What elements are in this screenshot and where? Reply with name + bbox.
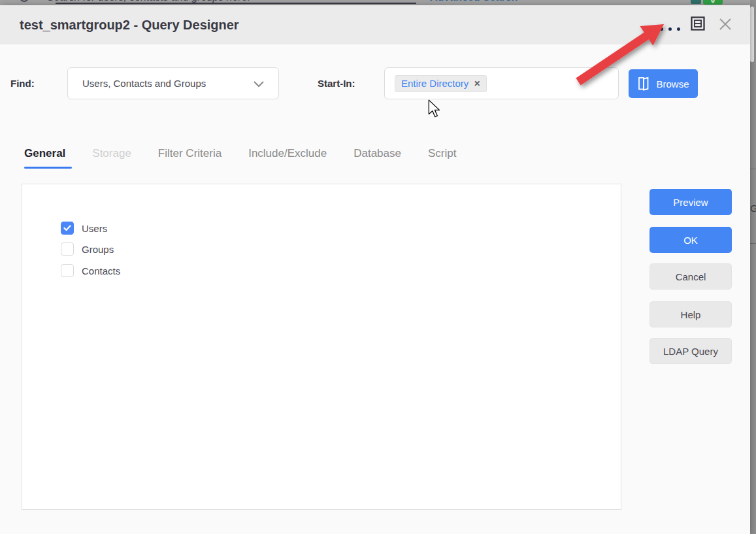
start-in-tag: Entire Directory ✕	[395, 75, 487, 92]
groups-checkbox-label: Groups	[82, 244, 114, 255]
general-tab-panel: Users Groups Contacts	[22, 184, 621, 510]
browse-icon	[637, 76, 650, 92]
search-field-underline	[56, 3, 416, 4]
background-clipped-text: G	[750, 203, 756, 214]
background-divider	[750, 169, 756, 169]
tag-remove-icon[interactable]: ✕	[474, 75, 480, 92]
help-button[interactable]: Help	[649, 301, 732, 327]
notification-badge: 0	[703, 0, 723, 5]
dialog-title: test_smartgroup2 - Query Designer	[20, 5, 239, 44]
checkmark-icon	[63, 224, 71, 232]
tab-bar: General Storage Filter Criteria Include/…	[24, 144, 456, 163]
browse-button[interactable]: Browse	[629, 69, 698, 98]
ellipsis-dot	[677, 27, 680, 31]
ldap-query-button[interactable]: LDAP Query	[649, 338, 732, 364]
users-checkbox-label: Users	[82, 223, 107, 234]
start-in-tag-label: Entire Directory	[401, 75, 468, 92]
ellipsis-dot	[668, 27, 672, 31]
tab-include-exclude[interactable]: Include/Exclude	[248, 144, 327, 163]
contacts-checkbox-label: Contacts	[82, 265, 120, 276]
start-in-label: Start-In:	[318, 67, 355, 99]
dialog-titlebar: test_smartgroup2 - Query Designer	[0, 5, 750, 44]
background-page-right: G	[750, 0, 756, 534]
close-button[interactable]	[718, 17, 732, 31]
search-icon	[20, 0, 29, 2]
find-dropdown-value: Users, Contacts and Groups	[82, 68, 206, 99]
ellipsis-dot	[660, 27, 663, 31]
chevron-down-icon	[254, 81, 264, 88]
tab-filter-criteria[interactable]: Filter Criteria	[158, 144, 222, 163]
ok-button[interactable]: OK	[649, 227, 732, 253]
cancel-button[interactable]: Cancel	[649, 263, 732, 290]
preview-button[interactable]: Preview	[649, 189, 732, 215]
object-type-groups[interactable]: Groups	[61, 242, 114, 256]
browse-button-label: Browse	[656, 78, 689, 90]
background-page-top: Search for users, contacts and groups he…	[0, 0, 756, 5]
start-in-field[interactable]: Entire Directory ✕	[384, 67, 619, 99]
query-designer-dialog: test_smartgroup2 - Query Designer Find: …	[0, 5, 750, 534]
find-label: Find:	[10, 67, 35, 99]
maximize-button[interactable]	[691, 16, 705, 31]
tab-storage: Storage	[92, 144, 131, 163]
background-toolbar-icon	[691, 0, 701, 4]
close-icon	[718, 17, 732, 31]
active-tab-underline	[24, 167, 72, 169]
object-type-users[interactable]: Users	[61, 222, 107, 235]
background-scrollbar-thumb	[750, 7, 754, 62]
find-dropdown[interactable]: Users, Contacts and Groups	[67, 67, 279, 99]
users-checkbox[interactable]	[61, 222, 74, 235]
object-type-contacts[interactable]: Contacts	[61, 264, 120, 277]
tab-database[interactable]: Database	[353, 144, 401, 163]
maximize-icon	[691, 16, 705, 31]
contacts-checkbox[interactable]	[61, 264, 74, 277]
tab-script[interactable]: Script	[428, 144, 456, 163]
tab-general[interactable]: General	[24, 144, 65, 163]
advanced-search-link: Advanced Search	[430, 0, 518, 3]
more-options-button[interactable]	[660, 24, 683, 34]
background-divider	[750, 243, 756, 244]
groups-checkbox[interactable]	[61, 242, 74, 256]
